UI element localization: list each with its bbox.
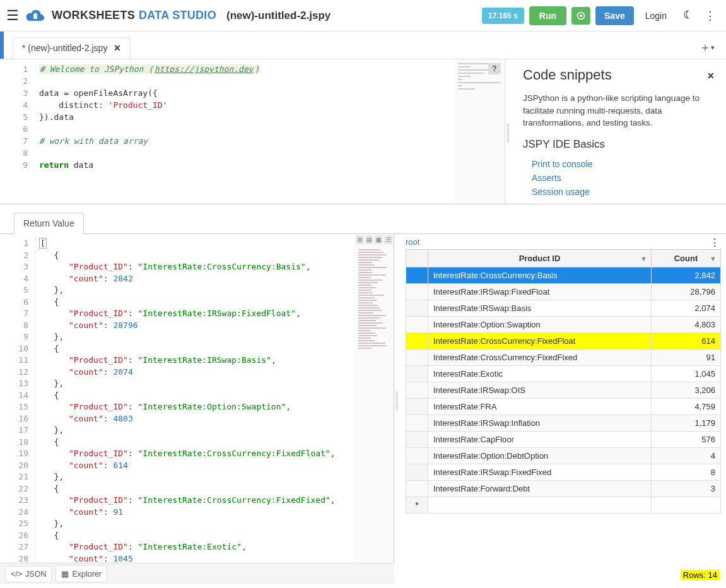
row-handle[interactable] <box>406 448 428 464</box>
theme-toggle-icon[interactable] <box>678 5 696 26</box>
cell-product[interactable]: InterestRate:Option:Swaption <box>428 317 652 333</box>
topbar: ☰ WORKSHEETS DATA STUDIO (new)-untitled-… <box>0 0 726 32</box>
cell-product[interactable]: InterestRate:CrossCurrency:FixedFixed <box>428 350 652 366</box>
table-row[interactable]: InterestRate:CrossCurrency:FixedFixed91 <box>406 350 721 366</box>
cell-product[interactable]: InterestRate:Exotic <box>428 366 652 382</box>
row-handle[interactable] <box>406 432 428 448</box>
cell-count[interactable]: 91 <box>652 350 721 366</box>
table-row[interactable]: InterestRate:Option:DebtOption4 <box>406 448 721 464</box>
exec-time-badge: 17.165 s <box>482 8 524 24</box>
help-icon[interactable]: ? <box>488 63 501 74</box>
data-grid: Product ID▼ Count▼ InterestRate:CrossCur… <box>406 249 721 514</box>
json-code[interactable]: [ { "Product_ID": "InterestRate:CrossCur… <box>35 234 354 584</box>
splitter-vertical-top[interactable] <box>505 59 512 204</box>
cell-product[interactable]: InterestRate:IRSwap:Basis <box>428 300 652 317</box>
hamburger-icon[interactable]: ☰ <box>6 8 19 24</box>
explorer-view-button[interactable]: ▦ Explorer <box>56 565 107 582</box>
cell-product[interactable]: InterestRate:IRSwap:FixedFixed <box>428 464 652 481</box>
cell-product[interactable]: InterestRate:IRSwap:OIS <box>428 382 652 399</box>
link-session-usage[interactable]: Session usage <box>523 185 715 199</box>
cell-product[interactable]: InterestRate:Option:DebtOption <box>428 448 652 464</box>
add-tab-button[interactable]: ＋▾ <box>694 36 720 59</box>
table-row[interactable]: InterestRate:Exotic1,045 <box>406 366 721 382</box>
result-tab-return[interactable]: Return Value <box>14 213 84 234</box>
table-row[interactable]: InterestRate:IRSwap:Basis2,074 <box>406 300 721 317</box>
cell-count[interactable]: 4,759 <box>652 399 721 415</box>
cell-product[interactable]: InterestRate:IRSwap:FixedFloat <box>428 284 652 300</box>
table-row[interactable]: InterestRate:CrossCurrency:FixedFloat614 <box>406 333 721 350</box>
cell-count[interactable]: 576 <box>652 432 721 448</box>
json-tool-list-icon[interactable]: ▤ <box>365 235 373 244</box>
row-handle[interactable] <box>406 300 428 317</box>
table-row[interactable]: InterestRate:IRSwap:FixedFloat28,796 <box>406 284 721 300</box>
cell-product[interactable]: InterestRate:Forward:Debt <box>428 481 652 497</box>
cell-count[interactable]: 1,179 <box>652 415 721 432</box>
cell-product[interactable]: InterestRate:IRSwap:Inflation <box>428 415 652 432</box>
cell-count[interactable]: 4,803 <box>652 317 721 333</box>
row-handle[interactable] <box>406 415 428 432</box>
json-tool-collapse-icon[interactable]: ⊞ <box>356 235 364 244</box>
json-tool-expand-icon[interactable]: ▦ <box>375 235 383 244</box>
file-tab-label: * (new)-untitled-2.jspy <box>22 43 107 53</box>
cell-product[interactable]: InterestRate:CrossCurrency:FixedFloat <box>428 333 652 350</box>
row-handle[interactable] <box>406 284 428 300</box>
cell-count[interactable]: 2,074 <box>652 300 721 317</box>
cell-product[interactable]: InterestRate:CrossCurrency:Basis <box>428 268 652 284</box>
editor-minimap[interactable] <box>454 59 505 204</box>
editor-code[interactable]: # Welcome to JSPython (https://jspython.… <box>35 59 454 204</box>
table-row[interactable]: InterestRate:IRSwap:OIS3,206 <box>406 382 721 399</box>
table-row[interactable]: InterestRate:Forward:Debt3 <box>406 481 721 497</box>
run-target-button[interactable] <box>571 7 590 25</box>
row-handle[interactable] <box>406 268 428 284</box>
cell-count[interactable]: 4 <box>652 448 721 464</box>
more-menu-icon[interactable]: ⋮ <box>701 4 720 27</box>
cell-count[interactable]: 28,796 <box>652 284 721 300</box>
cell-product[interactable]: InterestRate:FRA <box>428 399 652 415</box>
table-row[interactable]: InterestRate:Option:Swaption4,803 <box>406 317 721 333</box>
logo-cloud-icon[interactable] <box>24 7 47 25</box>
json-minimap[interactable]: ⊞ ▤ ▦ ☰ <box>354 234 394 584</box>
crumb-root[interactable]: root <box>406 237 419 247</box>
code-editor[interactable]: 123456789 # Welcome to JSPython (https:/… <box>0 59 505 204</box>
row-handle[interactable] <box>406 464 428 481</box>
close-icon[interactable]: ✕ <box>114 43 121 53</box>
splitter-vertical-result[interactable] <box>394 234 401 584</box>
table-row[interactable]: InterestRate:FRA4,759 <box>406 399 721 415</box>
login-button[interactable]: Login <box>639 6 673 25</box>
col-count[interactable]: Count▼ <box>652 250 721 268</box>
close-icon[interactable]: ✕ <box>707 71 715 81</box>
link-print-console[interactable]: Print to console <box>523 157 715 171</box>
title-datastudio: DATA STUDIO <box>139 9 216 22</box>
run-button[interactable]: Run <box>529 6 566 25</box>
table-row[interactable]: InterestRate:IRSwap:Inflation1,179 <box>406 415 721 432</box>
row-handle[interactable] <box>406 333 428 350</box>
row-handle[interactable] <box>406 350 428 366</box>
row-handle[interactable] <box>406 399 428 415</box>
new-row[interactable]: * <box>406 497 721 514</box>
link-asserts[interactable]: Asserts <box>523 171 715 185</box>
row-handle[interactable] <box>406 481 428 497</box>
file-tab-active[interactable]: * (new)-untitled-2.jspy ✕ <box>13 37 131 59</box>
cell-count[interactable]: 2,842 <box>652 268 721 284</box>
splitter-horizontal[interactable] <box>0 204 726 209</box>
grid-more-icon[interactable]: ⋮ <box>710 237 720 249</box>
cell-count[interactable]: 8 <box>652 464 721 481</box>
cell-count[interactable]: 1,045 <box>652 366 721 382</box>
cell-count[interactable]: 614 <box>652 333 721 350</box>
table-row[interactable]: InterestRate:CrossCurrency:Basis2,842 <box>406 268 721 284</box>
cell-count[interactable]: 3 <box>652 481 721 497</box>
filter-icon[interactable]: ▼ <box>710 255 717 262</box>
table-row[interactable]: InterestRate:CapFloor576 <box>406 432 721 448</box>
cell-count[interactable]: 3,206 <box>652 382 721 399</box>
json-view-button[interactable]: </> JSON <box>5 566 52 582</box>
row-handle[interactable] <box>406 317 428 333</box>
save-button[interactable]: Save <box>595 6 634 25</box>
col-product-id[interactable]: Product ID▼ <box>428 250 652 268</box>
filter-icon[interactable]: ▼ <box>640 255 647 262</box>
table-row[interactable]: InterestRate:IRSwap:FixedFixed8 <box>406 464 721 481</box>
json-tool-tree-icon[interactable]: ☰ <box>384 235 392 244</box>
row-handle[interactable] <box>406 382 428 399</box>
row-handle[interactable] <box>406 366 428 382</box>
grid-icon: ▦ <box>61 569 69 579</box>
cell-product[interactable]: InterestRate:CapFloor <box>428 432 652 448</box>
